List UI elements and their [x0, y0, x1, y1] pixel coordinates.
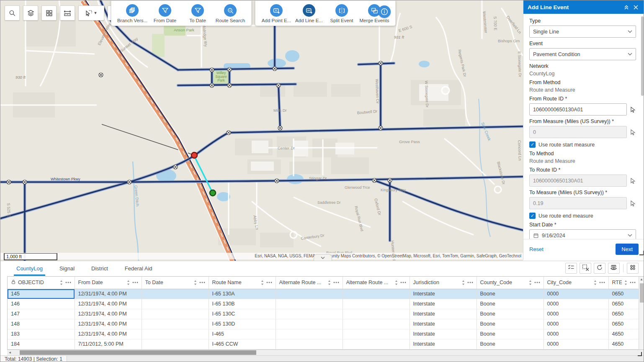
table-cell[interactable]: Boone	[477, 339, 544, 349]
table-cell[interactable]: 0650	[608, 309, 639, 319]
use-route-start-measure-checkbox[interactable]: ✓ Use route start measure	[529, 141, 636, 148]
table-cell[interactable]: 12/31/1974, 4:00 PM	[75, 329, 142, 339]
table-cell[interactable]	[276, 299, 343, 309]
table-cell[interactable]: 0000	[544, 339, 608, 349]
table-cell[interactable]: 0000	[544, 309, 608, 319]
column-menu-icon[interactable]	[132, 282, 138, 283]
column-menu-icon[interactable]	[467, 282, 473, 283]
column-header-alternate-route[interactable]: Alternate Route ...	[343, 277, 410, 289]
column-menu-icon[interactable]	[630, 282, 636, 283]
sort-icon[interactable]	[394, 280, 398, 285]
table-cell[interactable]: I-65 130C	[209, 309, 276, 319]
hide-fields-button[interactable]	[608, 263, 620, 274]
from-measure-input[interactable]	[529, 126, 627, 138]
add-point-e-button[interactable]: Add Point E...	[261, 3, 291, 23]
table-cell[interactable]: I-465 CCW	[209, 339, 276, 349]
tab-federal-aid[interactable]: Federal Aid	[122, 262, 155, 276]
use-route-end-measure-checkbox[interactable]: ✓ Use route end measure	[529, 213, 636, 219]
panel-scrollbar[interactable]	[641, 15, 644, 239]
column-menu-icon[interactable]	[333, 282, 339, 283]
table-horizontal-scrollbar[interactable]: ◄	[7, 350, 644, 355]
sort-icon[interactable]	[461, 280, 465, 285]
table-cell[interactable]	[142, 329, 209, 339]
pick-to-route-icon[interactable]	[629, 177, 636, 184]
table-cell[interactable]	[343, 299, 410, 309]
column-menu-icon[interactable]	[199, 282, 205, 283]
from-date-button[interactable]: From Date	[150, 3, 180, 23]
table-cell[interactable]	[276, 339, 343, 349]
select-button[interactable]: ▼	[78, 5, 104, 21]
table-cell[interactable]: 183	[8, 329, 75, 339]
table-cell[interactable]: 184	[8, 339, 75, 349]
scroll-left-arrow[interactable]: ◄	[7, 350, 13, 355]
to-measure-input[interactable]	[529, 197, 627, 209]
table-cell[interactable]: 147	[8, 309, 75, 319]
table-row[interactable]: 1847/11/2012, 5:00 PMI-465 CCWInterstate…	[8, 339, 639, 349]
table-cell[interactable]: 12/31/1974, 4:00 PM	[75, 319, 142, 329]
sort-icon[interactable]	[624, 280, 628, 285]
table-row[interactable]: 14512/31/1974, 4:00 PMI-65 130AInterstat…	[8, 289, 639, 299]
column-header-route-name[interactable]: Route Name	[209, 277, 276, 289]
scroll-up-arrow[interactable]: ▲	[639, 277, 644, 282]
table-cell[interactable]: 4650	[608, 339, 639, 349]
table-cell[interactable]	[343, 309, 410, 319]
table-cell[interactable]: Interstate	[410, 289, 477, 299]
panel-resize-handle[interactable]	[639, 251, 644, 255]
table-cell[interactable]: 148	[8, 319, 75, 329]
table-cell[interactable]: 0650	[608, 319, 639, 329]
sort-icon[interactable]	[260, 280, 264, 285]
table-cell[interactable]	[343, 339, 410, 349]
close-panel-icon[interactable]	[631, 3, 640, 12]
table-cell[interactable]	[142, 309, 209, 319]
table-vertical-scrollbar[interactable]: ▲	[639, 277, 644, 350]
scroll-corner-handle[interactable]	[638, 352, 642, 356]
next-button[interactable]: Next	[616, 244, 639, 255]
route-search-button[interactable]: Route Search	[215, 3, 245, 23]
table-cell[interactable]: Interstate	[410, 329, 477, 339]
table-cell[interactable]	[276, 319, 343, 329]
column-header-from-date[interactable]: From Date	[75, 277, 142, 289]
column-menu-icon[interactable]	[266, 282, 272, 283]
table-cell[interactable]	[142, 339, 209, 349]
event-select[interactable]: Pavement Condition	[529, 48, 636, 60]
column-menu-icon[interactable]	[534, 282, 540, 283]
table-row[interactable]: 18312/31/1974, 4:00 PMI-465InterstateBoo…	[8, 329, 639, 339]
tab-district[interactable]: District	[89, 262, 111, 276]
table-cell[interactable]	[343, 319, 410, 329]
to-date-button[interactable]: To Date	[183, 3, 213, 23]
sort-icon[interactable]	[327, 280, 331, 285]
table-cell[interactable]	[343, 329, 410, 339]
table-cell[interactable]: Boone	[477, 319, 544, 329]
table-cell[interactable]	[276, 309, 343, 319]
table-row[interactable]: 14712/31/1974, 4:00 PMI-65 130CInterstat…	[8, 309, 639, 319]
table-cell[interactable]: 12/31/1974, 4:00 PM	[75, 299, 142, 309]
table-cell[interactable]: 146	[8, 299, 75, 309]
start-date-picker[interactable]: 9/16/2024	[529, 229, 636, 239]
clear-selection-button[interactable]	[580, 263, 591, 274]
column-header-objectid[interactable]: OBJECTID	[8, 277, 75, 289]
map-view[interactable]: Elevated WaySunset WayAnson ParkAldridge…	[0, 0, 523, 261]
table-row[interactable]: 14612/31/1974, 4:00 PMI-65 130BInterstat…	[8, 299, 639, 309]
sort-icon[interactable]	[528, 280, 532, 285]
table-cell[interactable]	[142, 319, 209, 329]
table-cell[interactable]: I-65 130A	[209, 289, 276, 299]
search-button[interactable]	[5, 5, 20, 21]
table-cell[interactable]: 4650	[608, 329, 639, 339]
table-cell[interactable]: Boone	[477, 309, 544, 319]
pick-from-route-icon[interactable]	[629, 106, 636, 113]
table-cell[interactable]: I-65 130D	[209, 319, 276, 329]
table-cell[interactable]	[276, 329, 343, 339]
table-cell[interactable]: 145	[8, 289, 75, 299]
column-header-city-code[interactable]: City_Code	[544, 277, 608, 289]
table-cell[interactable]: I-65 130B	[209, 299, 276, 309]
sort-icon[interactable]	[193, 280, 197, 285]
column-header-county-code[interactable]: County_Code	[477, 277, 544, 289]
table-cell[interactable]: 7/11/2012, 5:00 PM	[75, 339, 142, 349]
table-cell[interactable]: 12/31/1974, 4:00 PM	[75, 309, 142, 319]
column-header-alternate-route[interactable]: Alternate Route ...	[276, 277, 343, 289]
sort-icon[interactable]	[593, 280, 597, 285]
tab-signal[interactable]: Signal	[57, 262, 77, 276]
show-selection-button[interactable]	[565, 263, 577, 274]
table-cell[interactable]: 0000	[544, 319, 608, 329]
table-cell[interactable]	[142, 289, 209, 299]
